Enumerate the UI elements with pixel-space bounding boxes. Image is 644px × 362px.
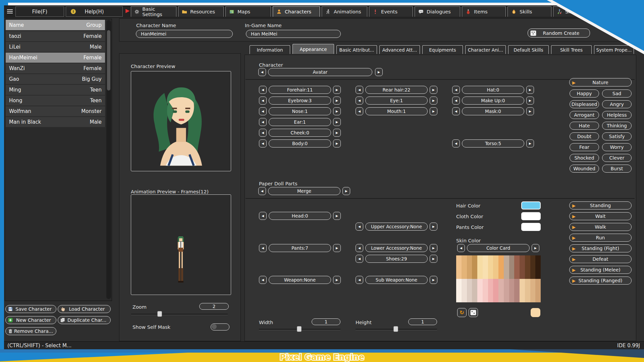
palette-swatch[interactable] xyxy=(509,279,515,302)
ear-prev[interactable]: ◀ xyxy=(259,118,267,126)
hat-prev[interactable]: ◀ xyxy=(452,86,460,94)
palette-swatch[interactable] xyxy=(488,255,493,279)
zoom-slider-handle[interactable] xyxy=(157,311,162,317)
cheek-selector[interactable]: Cheek:0 xyxy=(269,129,331,137)
palette-swatch[interactable] xyxy=(456,279,462,302)
hair-color-swatch[interactable] xyxy=(521,201,541,209)
head-next[interactable]: ▶ xyxy=(333,212,341,220)
pants-prev[interactable]: ◀ xyxy=(259,244,267,252)
selected-skin-swatch[interactable] xyxy=(531,308,540,317)
emotion-wounded[interactable]: Wounded xyxy=(570,165,599,173)
cheek-next[interactable]: ▶ xyxy=(333,129,341,137)
emotion-happy[interactable]: Happy xyxy=(570,89,599,98)
torso-next[interactable]: ▶ xyxy=(526,139,534,147)
width-slider-handle[interactable] xyxy=(297,326,302,332)
upper-accessory-selector[interactable]: Upper Accessory:None xyxy=(365,223,428,231)
mask-selector[interactable]: Mask:0 xyxy=(462,107,524,115)
palette-swatch[interactable] xyxy=(514,255,520,279)
head-selector[interactable]: Head:0 xyxy=(269,212,331,220)
cheek-prev[interactable]: ◀ xyxy=(259,129,267,137)
menu-file[interactable]: File(F) xyxy=(15,6,64,17)
palette-swatch[interactable] xyxy=(525,255,530,279)
pose-wait[interactable]: ▶Wait xyxy=(569,212,632,220)
random-color-button[interactable] xyxy=(469,308,478,317)
hamburger-icon[interactable] xyxy=(7,8,13,14)
emotion-clever[interactable]: Clever xyxy=(602,154,632,162)
emotion-shocked[interactable]: Shocked xyxy=(570,154,599,162)
body-selector[interactable]: Body:0 xyxy=(269,139,331,147)
tab-system-properties[interactable]: System Prope... xyxy=(594,45,634,54)
mask-next[interactable]: ▶ xyxy=(526,107,534,115)
zoom-value[interactable]: 2 xyxy=(199,303,229,310)
palette-swatch[interactable] xyxy=(504,279,509,302)
width-value[interactable]: 1 xyxy=(312,318,340,325)
rearhair-next[interactable]: ▶ xyxy=(430,86,437,94)
tab-appearance[interactable]: Appearance xyxy=(292,44,334,54)
random-create-button[interactable]: Random Create xyxy=(528,28,590,38)
avatar-prev-button[interactable]: ◀ xyxy=(258,68,266,76)
refresh-button[interactable]: ↻ xyxy=(457,308,467,317)
merge-next[interactable]: ▶ xyxy=(342,187,350,195)
menu-help[interactable]: i Help(H) xyxy=(66,6,123,17)
rearhair-selector[interactable]: Rear hair:22 xyxy=(365,86,428,94)
color-card-next[interactable]: ▶ xyxy=(532,244,539,252)
self-mask-toggle[interactable] xyxy=(211,323,229,330)
pose-standing-ranged[interactable]: ▶Standing (Ranged) xyxy=(569,277,632,285)
pose-walk[interactable]: ▶Walk xyxy=(569,223,632,231)
palette-swatch[interactable] xyxy=(483,279,488,302)
makeup-next[interactable]: ▶ xyxy=(526,97,534,105)
palette-swatch[interactable] xyxy=(535,279,541,302)
palette-swatch[interactable] xyxy=(467,255,472,279)
pants-next[interactable]: ▶ xyxy=(333,244,341,252)
palette-swatch[interactable] xyxy=(472,255,477,279)
palette-swatch[interactable] xyxy=(472,279,477,302)
list-item-selected[interactable]: HanMeimeiFemale xyxy=(6,53,105,63)
shoes-prev[interactable]: ◀ xyxy=(356,255,363,263)
list-item[interactable]: WanZiFemale xyxy=(6,63,105,73)
list-item[interactable]: GaoBig Guy xyxy=(6,74,105,84)
list-item[interactable]: MingTeen xyxy=(6,85,105,95)
ingame-name-input[interactable]: Han MeiMei xyxy=(246,30,341,38)
palette-swatch[interactable] xyxy=(483,255,488,279)
avatar-selector[interactable]: Avatar xyxy=(268,68,372,76)
tab-characters[interactable]: Characters xyxy=(273,6,320,17)
emotion-displeased[interactable]: Displeased xyxy=(570,100,599,108)
tab-advanced-attributes[interactable]: Advanced Att... xyxy=(379,45,420,54)
duplicate-character-button[interactable]: Duplicate Char... xyxy=(58,316,111,324)
emotion-nature-button[interactable]: ▶Nature xyxy=(569,78,632,86)
body-next[interactable]: ▶ xyxy=(333,139,341,147)
rearhair-prev[interactable]: ◀ xyxy=(356,86,363,94)
sub-weapon-next[interactable]: ▶ xyxy=(430,276,437,284)
mask-prev[interactable]: ◀ xyxy=(452,107,460,115)
palette-swatch[interactable] xyxy=(504,255,509,279)
forehair-next[interactable]: ▶ xyxy=(333,86,341,94)
pose-defeat[interactable]: ▶Defeat xyxy=(569,255,632,263)
pose-standing-fight[interactable]: ▶Standing (Fight) xyxy=(569,244,632,252)
shoes-selector[interactable]: Shoes:29 xyxy=(365,255,428,263)
palette-swatch[interactable] xyxy=(477,255,483,279)
palette-swatch[interactable] xyxy=(498,255,504,279)
torso-selector[interactable]: Torso:5 xyxy=(462,139,524,147)
height-value[interactable]: 1 xyxy=(408,318,437,325)
pants-selector[interactable]: Pants:7 xyxy=(269,244,331,252)
emotion-hate[interactable]: Hate xyxy=(570,122,599,130)
mouth-prev[interactable]: ◀ xyxy=(356,107,363,115)
new-character-button[interactable]: New Character xyxy=(5,316,56,324)
scrollbar-thumb[interactable] xyxy=(107,30,110,90)
tab-skills[interactable]: Skills xyxy=(507,6,551,17)
list-scrollbar[interactable] xyxy=(106,20,111,299)
mouth-next[interactable]: ▶ xyxy=(430,107,437,115)
lower-accessory-selector[interactable]: Lower Accessory:None xyxy=(365,244,428,252)
palette-swatch[interactable] xyxy=(477,279,483,302)
tab-information[interactable]: Information xyxy=(250,45,290,54)
palette-swatch[interactable] xyxy=(462,255,467,279)
run-icon[interactable]: ▶ xyxy=(125,8,129,13)
torso-prev[interactable]: ◀ xyxy=(452,139,460,147)
lower-accessory-prev[interactable]: ◀ xyxy=(356,244,363,252)
emotion-arrogant[interactable]: Arrogant xyxy=(570,111,599,119)
palette-swatch[interactable] xyxy=(498,279,504,302)
mouth-selector[interactable]: Mouth:1 xyxy=(365,107,428,115)
eyebrow-prev[interactable]: ◀ xyxy=(259,97,267,105)
shoes-next[interactable]: ▶ xyxy=(430,255,437,263)
palette-swatch[interactable] xyxy=(530,279,536,302)
